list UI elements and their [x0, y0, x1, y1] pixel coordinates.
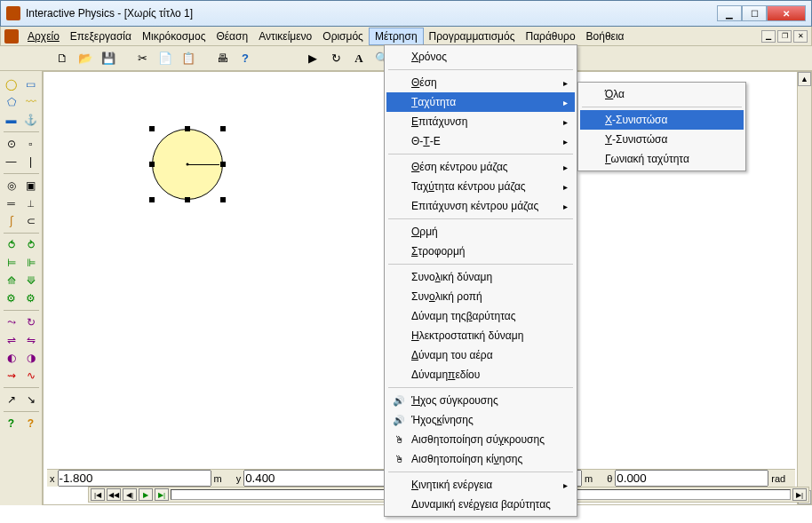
open-icon[interactable]: 📂 — [76, 50, 94, 67]
menu-item[interactable]: Συνολική δύναμη — [386, 267, 575, 287]
step-button[interactable]: ◀| — [123, 488, 137, 501]
damper2-icon[interactable]: ⊫ — [23, 255, 39, 271]
menu-measure[interactable]: Μέτρηση — [369, 28, 424, 45]
help-icon[interactable]: ? — [236, 50, 254, 67]
menu-item[interactable]: 🔊Ήχος κίνησης — [386, 410, 575, 430]
resize-handle[interactable] — [220, 162, 226, 167]
shape-circle-icon[interactable]: ◯ — [4, 76, 20, 92]
menu-item[interactable]: Δύναμη του αέρα — [386, 345, 575, 365]
rewind-button[interactable]: |◀ — [91, 488, 105, 501]
menu-item[interactable]: Χ-Συνιστώσα — [580, 110, 744, 130]
y-input[interactable] — [243, 470, 397, 487]
menu-item[interactable]: Συνολική ροπή — [386, 287, 575, 306]
menu-window[interactable]: Παράθυρο — [520, 28, 580, 44]
spring-icon[interactable]: ⥀ — [4, 237, 20, 253]
menu-item[interactable]: Θέση κέντρου μάζας — [386, 157, 575, 177]
shape-poly-icon[interactable]: ⬠ — [4, 94, 20, 110]
help-q-icon[interactable]: ? — [4, 416, 20, 432]
hline-icon[interactable]: — — [4, 154, 20, 170]
text-icon[interactable]: A — [350, 50, 368, 67]
vertical-scrollbar[interactable]: ▲ ▼ — [797, 72, 811, 504]
meter2-icon[interactable]: ↘ — [23, 392, 39, 408]
spring-damper-icon[interactable]: ⇝ — [4, 368, 20, 384]
resize-handle[interactable] — [149, 126, 155, 131]
menu-item[interactable]: Ταχύτητα κέντρου μάζας — [386, 177, 575, 196]
minimize-button[interactable] — [717, 5, 742, 21]
force-icon[interactable]: ⤳ — [4, 314, 20, 330]
play-button[interactable]: ▶ — [139, 488, 153, 501]
menu-view[interactable]: Θέαση — [211, 28, 253, 44]
menu-item[interactable]: Ταχύτητα — [386, 92, 575, 112]
meter-icon[interactable]: ↗ — [4, 392, 20, 408]
step-back-button[interactable]: ◀◀ — [107, 488, 121, 501]
new-icon[interactable]: 🗋 — [53, 50, 71, 67]
menu-script[interactable]: Προγραμματισμός — [424, 28, 521, 44]
menu-item[interactable]: 🖱Αισθητοποίηση σύγκρουσης — [386, 430, 575, 449]
menu-item[interactable]: Θ-Τ-Ε — [386, 131, 575, 151]
menu-item[interactable]: Γωνιακή ταχύτητα — [580, 149, 744, 169]
anchor-icon[interactable]: ⚓ — [23, 112, 39, 128]
vline-icon[interactable]: | — [23, 154, 39, 170]
copy-icon[interactable]: 📄 — [156, 50, 174, 67]
menu-item[interactable]: Κινητική ενέργεια — [386, 475, 575, 495]
menu-item[interactable]: Χρόνος — [386, 47, 575, 67]
resize-handle[interactable] — [149, 197, 155, 202]
resize-handle[interactable] — [149, 162, 155, 167]
menu-item[interactable]: 🔊Ήχος σύγκρουσης — [386, 391, 575, 410]
selected-circle-body[interactable] — [152, 129, 223, 200]
menu-item[interactable]: Δύναμη πεδίου — [386, 365, 575, 384]
resize-handle[interactable] — [220, 126, 226, 131]
rope2-icon[interactable]: ∿ — [23, 368, 39, 384]
menu-item[interactable]: Δυναμική ενέργεια βαρύτητας — [386, 495, 575, 514]
joint-line-icon[interactable]: ═ — [4, 195, 20, 211]
menu-world[interactable]: Μικρόκοσμος — [137, 28, 211, 44]
closed-slot-icon[interactable]: ⊂ — [23, 213, 39, 229]
circle-shape[interactable] — [152, 129, 223, 200]
spring2-icon[interactable]: ⥁ — [23, 237, 39, 253]
pulley2-icon[interactable]: ◑ — [23, 350, 39, 366]
motor2-icon[interactable]: ⟱ — [23, 273, 39, 289]
joint-slot-icon[interactable]: ⟂ — [23, 195, 39, 211]
menu-item[interactable]: Υ-Συνιστώσα — [580, 130, 744, 149]
menu-item[interactable]: Στροφορμή — [386, 242, 575, 261]
menu-item[interactable]: Θέση — [386, 73, 575, 92]
menu-edit[interactable]: Επεξεργασία — [65, 28, 137, 44]
motor-icon[interactable]: ⟰ — [4, 273, 20, 289]
menu-item[interactable]: Ορμή — [386, 222, 575, 242]
menu-file[interactable]: Αρχείο — [22, 28, 65, 44]
x-input[interactable] — [58, 470, 211, 487]
mdi-restore[interactable]: ❐ — [777, 30, 792, 43]
resize-handle[interactable] — [185, 197, 190, 202]
rotate-icon[interactable]: ↻ — [327, 50, 345, 67]
actuator-icon[interactable]: ⇌ — [4, 332, 20, 348]
square-point-icon[interactable]: ▫ — [23, 136, 39, 152]
joint-square-icon[interactable]: ▣ — [23, 178, 39, 194]
shape-curve-icon[interactable]: 〰 — [23, 94, 39, 110]
print-icon[interactable]: 🖶 — [213, 50, 231, 67]
resize-handle[interactable] — [185, 126, 190, 131]
theta-input[interactable] — [615, 470, 768, 487]
menu-item[interactable]: Όλα — [580, 84, 744, 104]
menu-item[interactable]: Δύναμη της βαρύτητας — [386, 306, 575, 326]
damper-icon[interactable]: ⊨ — [4, 255, 20, 271]
step-fwd-button[interactable]: ▶| — [155, 488, 169, 501]
menu-item[interactable]: 🖱Αισθητοποίηση κίνησης — [386, 449, 575, 469]
save-icon[interactable]: 💾 — [100, 50, 117, 67]
scroll-up-icon[interactable]: ▲ — [798, 72, 811, 86]
pointer-icon[interactable]: ▶ — [304, 50, 322, 67]
resize-handle[interactable] — [220, 197, 226, 202]
rope-icon[interactable]: ʃ — [4, 213, 20, 229]
gear-icon[interactable]: ⚙ — [4, 290, 20, 306]
menu-help[interactable]: Βοήθεια — [581, 28, 630, 44]
menu-item[interactable]: Επιτάχυνση κέντρου μάζας — [386, 196, 575, 216]
menu-object[interactable]: Αντικείμενο — [253, 28, 317, 44]
shape-rect-icon[interactable]: ▬ — [4, 112, 20, 128]
pulley-icon[interactable]: ◐ — [4, 350, 20, 366]
menu-define[interactable]: Ορισμός — [317, 28, 369, 44]
joint-pin-icon[interactable]: ◎ — [4, 178, 20, 194]
paste-icon[interactable]: 📋 — [179, 50, 197, 67]
actuator2-icon[interactable]: ⇋ — [23, 332, 39, 348]
gear2-icon[interactable]: ⚙ — [23, 290, 39, 306]
mdi-minimize[interactable]: ▁ — [761, 30, 776, 43]
help-q2-icon[interactable]: ? — [23, 416, 39, 432]
